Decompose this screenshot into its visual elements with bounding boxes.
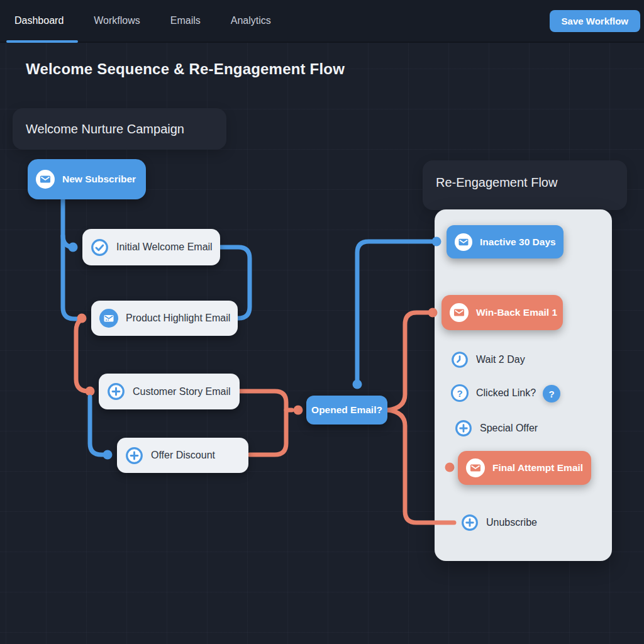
welcome-campaign-title: Welcome Nurture Campaign — [26, 122, 184, 136]
node-final-attempt-email[interactable]: Final Attempt Email — [458, 451, 591, 485]
plus-circle-icon — [125, 447, 143, 465]
connector-product-to-story — [76, 319, 89, 391]
reengagement-card: Re-Engagement Flow — [423, 160, 627, 210]
node-label: Offer Discount — [151, 450, 215, 461]
port-dot-opened-left — [294, 406, 303, 415]
envelope-icon — [466, 458, 485, 477]
node-customer-story-email[interactable]: Customer Story Email — [99, 374, 240, 409]
nav-item-analytics[interactable]: Analytics — [231, 15, 271, 26]
node-label: Initial Welcome Email — [116, 242, 213, 253]
node-initial-welcome-email[interactable]: Initial Welcome Email — [82, 229, 220, 265]
connector-new-to-product — [63, 199, 80, 319]
connector-branch-initial — [63, 236, 74, 247]
node-label: Inactive 30 Days — [480, 236, 556, 248]
node-label: New Subscriber — [62, 174, 136, 185]
step-label: Clicked Link? — [476, 387, 536, 399]
plus-circle-icon — [107, 382, 125, 401]
envelope-icon — [455, 233, 472, 251]
step-special-offer[interactable]: Special Offer — [455, 419, 538, 437]
page-title: Welcome Sequence & Re-Engagement Flow — [26, 60, 345, 78]
question-glyph: ? — [548, 389, 554, 399]
top-nav: Dashboard Workflows Emails Analytics Sav… — [0, 0, 644, 43]
nav-item-workflows[interactable]: Workflows — [94, 15, 140, 26]
envelope-icon — [450, 303, 469, 322]
step-label: Unubscribe — [486, 517, 537, 528]
nav-item-dashboard[interactable]: Dashboard — [14, 15, 64, 26]
check-circle-icon — [91, 238, 109, 257]
step-label: Special Offer — [480, 423, 538, 434]
envelope-icon — [99, 309, 118, 328]
welcome-campaign-card: Welcome Nurture Campaign — [13, 108, 226, 150]
node-label: Opened Email? — [311, 404, 382, 416]
active-tab-underline — [6, 40, 78, 43]
plus-circle-icon — [455, 419, 472, 437]
node-label: Final Attempt Email — [492, 462, 583, 474]
step-wait-2-day[interactable]: Wait 2 Day — [451, 351, 525, 369]
nav-item-emails[interactable]: Emails — [170, 15, 201, 26]
port-dot-initial — [69, 243, 78, 252]
save-workflow-button[interactable]: Save Workflow — [550, 10, 640, 32]
step-label: Wait 2 Day — [476, 354, 525, 365]
node-product-highlight-email[interactable]: Product Highlight Email — [91, 301, 238, 336]
question-glyph: ? — [457, 388, 462, 399]
port-dot-opened-top — [353, 380, 362, 389]
node-new-subscriber[interactable]: New Subscriber — [28, 159, 146, 199]
node-label: Win-Back Email 1 — [476, 307, 557, 318]
node-opened-email-decision[interactable]: Opened Email? — [306, 396, 387, 425]
node-win-back-email-1[interactable]: Win-Back Email 1 — [441, 295, 563, 330]
node-label: Customer Story Email — [133, 386, 231, 397]
connector-opened-to-winback — [388, 313, 428, 410]
workflow-canvas: Welcome Sequence & Re-Engagement Flow We… — [0, 43, 644, 644]
port-dot-story — [86, 387, 95, 396]
step-unsubscribe[interactable]: Unubscribe — [461, 514, 537, 531]
question-badge[interactable]: ? — [543, 385, 560, 402]
node-label: Product Highlight Email — [126, 313, 230, 324]
port-dot-product — [77, 314, 87, 323]
plus-circle-icon — [461, 514, 479, 531]
reengagement-title: Re-Engagement Flow — [436, 175, 557, 190]
port-dot-offer — [103, 450, 113, 460]
step-clicked-link[interactable]: ? Clicked Link? — [451, 384, 536, 402]
connector-opened-to-inactive — [357, 242, 431, 384]
node-offer-discount[interactable]: Offer Discount — [117, 438, 248, 473]
clock-icon — [451, 351, 469, 369]
node-inactive-30-days[interactable]: Inactive 30 Days — [447, 225, 564, 258]
question-circle-icon: ? — [451, 384, 469, 402]
envelope-icon — [36, 170, 55, 189]
